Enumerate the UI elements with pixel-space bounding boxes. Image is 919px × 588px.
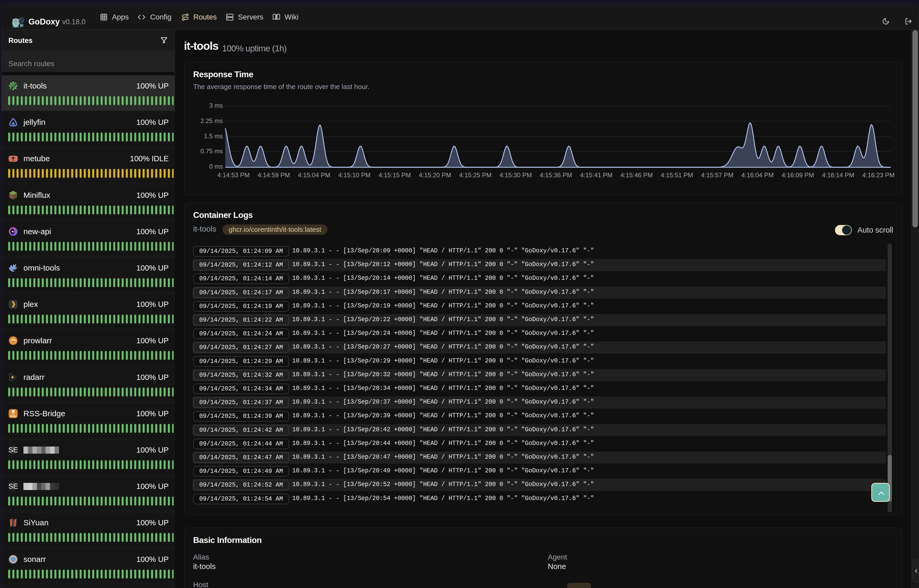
svg-text:Bridge: Bridge <box>10 415 16 417</box>
